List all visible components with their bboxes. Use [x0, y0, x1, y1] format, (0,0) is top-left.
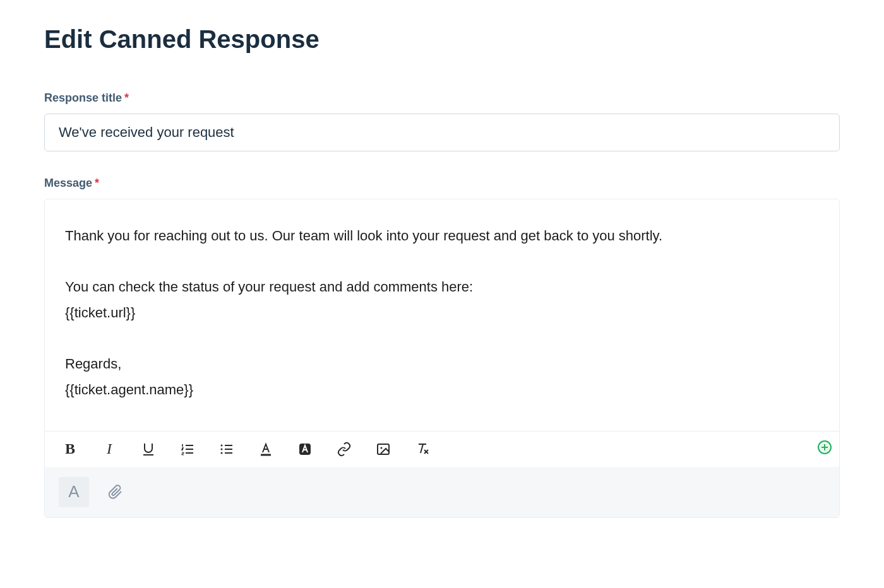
- svg-point-17: [381, 447, 383, 449]
- text-color-icon: [258, 442, 273, 457]
- bold-button[interactable]: B: [61, 440, 79, 458]
- attachment-button[interactable]: [100, 477, 131, 507]
- italic-icon: I: [107, 440, 112, 457]
- message-editor-content[interactable]: Thank you for reaching out to us. Our te…: [45, 199, 839, 431]
- ordered-list-button[interactable]: [179, 440, 196, 458]
- link-button[interactable]: [335, 440, 353, 458]
- plus-icon: [821, 444, 828, 451]
- svg-point-10: [221, 448, 223, 450]
- editor-footer: A: [45, 467, 839, 517]
- format-toggle-button[interactable]: A: [59, 477, 89, 507]
- highlight-button[interactable]: [296, 440, 314, 458]
- link-icon: [337, 442, 352, 457]
- bold-icon: B: [65, 440, 75, 457]
- response-title-label: Response title *: [44, 91, 840, 105]
- response-title-label-text: Response title: [44, 91, 122, 105]
- editor-toolbar: B I: [45, 431, 839, 467]
- unordered-list-button[interactable]: [218, 440, 236, 458]
- text-color-button[interactable]: [257, 440, 275, 458]
- insert-placeholder-button[interactable]: [818, 440, 832, 454]
- unordered-list-icon: [219, 442, 234, 457]
- message-label: Message *: [44, 177, 840, 190]
- response-title-input[interactable]: [44, 114, 840, 151]
- image-button[interactable]: [374, 440, 392, 458]
- clear-format-icon: [415, 442, 430, 457]
- message-label-text: Message: [44, 177, 92, 190]
- highlight-icon: [297, 442, 313, 457]
- underline-icon: [141, 442, 156, 457]
- page-title: Edit Canned Response: [44, 25, 840, 54]
- required-asterisk-icon: *: [95, 177, 99, 190]
- image-icon: [376, 442, 391, 457]
- italic-button[interactable]: I: [100, 440, 118, 458]
- ordered-list-icon: [180, 442, 195, 457]
- underline-button[interactable]: [140, 440, 157, 458]
- svg-point-9: [221, 444, 223, 446]
- required-asterisk-icon: *: [124, 91, 129, 105]
- message-editor: Thank you for reaching out to us. Our te…: [44, 199, 840, 518]
- clear-format-button[interactable]: [414, 440, 431, 458]
- format-toggle-icon: A: [68, 482, 79, 502]
- svg-point-11: [221, 452, 223, 454]
- paperclip-icon: [108, 485, 123, 500]
